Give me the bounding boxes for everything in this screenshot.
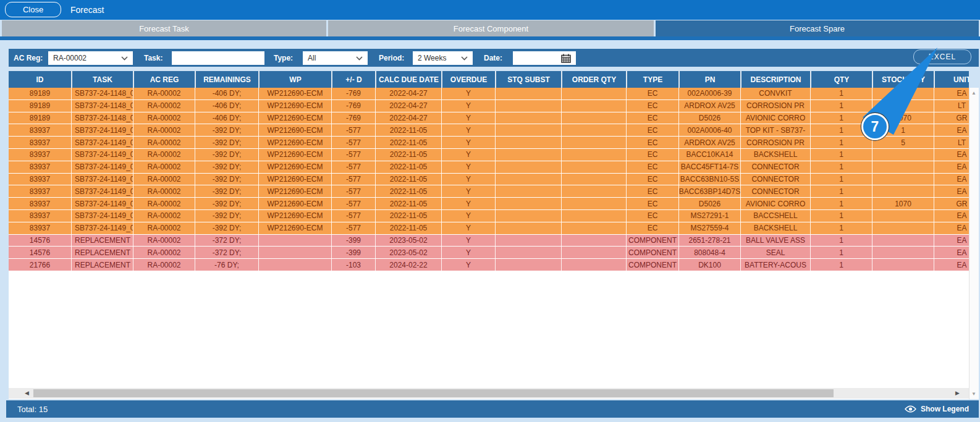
scroll-right-arrow-icon[interactable]: ▶ — [955, 389, 960, 398]
cell-wp: WP212690-ECM — [258, 124, 331, 136]
column-header-stock-qty[interactable]: STOCK QTY — [872, 71, 934, 88]
table-row[interactable]: 14576REPLACEMENTRA-00002-372 DY;-3992023… — [9, 235, 969, 247]
type-select[interactable]: All — [303, 51, 368, 65]
column-header-stq-subst[interactable]: STQ SUBST — [495, 71, 561, 88]
cell-description: TOP KIT - SB737- — [740, 124, 810, 136]
cell-stock-qty — [872, 88, 934, 99]
column-header-calc-due-date[interactable]: CALC DUE DATE — [375, 71, 441, 88]
cell-calc-due-date: 2022-11-05 — [375, 161, 441, 173]
cell-wp: WP212690-ECM — [258, 100, 331, 112]
column-header-qty[interactable]: QTY — [810, 71, 872, 88]
cell-qty: 1 — [810, 149, 872, 161]
tab-underline — [0, 36, 980, 40]
cell-wp — [258, 247, 331, 258]
cell-calc-due-date: 2022-11-05 — [375, 198, 441, 209]
cell-stock-qty — [872, 149, 934, 161]
cell-ac-reg: RA-00002 — [133, 137, 195, 148]
table-row[interactable]: 83937SB737-24-1149_0RA-00002-392 DY;WP21… — [9, 149, 969, 161]
cell-remainings: -392 DY; — [195, 137, 258, 148]
cell-overdue: Y — [441, 247, 495, 258]
cell-wp: WP212690-ECM — [258, 222, 331, 234]
cell-pn: 2651-278-21 — [678, 235, 740, 247]
table-row[interactable]: 83937SB737-24-1149_0RA-00002-392 DY;WP21… — [9, 198, 969, 210]
period-select[interactable]: 2 Weeks — [413, 51, 473, 65]
cell-qty: 1 — [810, 124, 872, 136]
column-header-wp[interactable]: WP — [258, 71, 331, 88]
column-header-overdue[interactable]: OVERDUE — [441, 71, 495, 88]
cell-type: EC — [626, 185, 678, 197]
close-button[interactable]: Close — [5, 2, 61, 17]
cell-id: 83937 — [9, 161, 71, 173]
cell-ac-reg: RA-00002 — [133, 112, 195, 124]
cell-id: 89189 — [9, 100, 71, 112]
ac-reg-select[interactable]: RA-00002 — [48, 51, 133, 65]
tab-forecast-task[interactable]: Forecast Task — [2, 20, 326, 36]
cell-order-qty — [561, 247, 626, 258]
table-row[interactable]: 83937SB737-24-1149_0RA-00002-392 DY;WP21… — [9, 124, 969, 137]
cell-wp: WP212690-ECM — [258, 174, 331, 185]
column-header-task[interactable]: TASK — [71, 71, 133, 88]
cell-type: EC — [626, 174, 678, 185]
scroll-left-arrow-icon[interactable]: ◀ — [25, 389, 29, 398]
cell-stq-subst — [495, 161, 561, 173]
cell-order-qty — [561, 222, 626, 234]
column-header-id[interactable]: ID — [9, 71, 71, 88]
table-row[interactable]: 21766REPLACEMENTRA-00002-76 DY;-1032024-… — [9, 259, 969, 271]
tab-forecast-spare[interactable]: Forecast Spare — [656, 20, 979, 36]
table-row[interactable]: 89189SB737-24-1148_0RA-00002-406 DY;WP21… — [9, 112, 969, 125]
cell-wp: WP212690-ECM — [258, 112, 331, 124]
column-header-order-qty[interactable]: ORDER QTY — [561, 71, 626, 88]
task-input[interactable] — [172, 51, 264, 65]
column-header-unit[interactable]: UNIT — [934, 71, 969, 88]
cell-pn: MS27291-1 — [678, 210, 740, 222]
excel-export-button[interactable]: EXCEL — [913, 49, 971, 64]
cell-unit: EA — [934, 174, 969, 185]
cell-plus-minus-d: -399 — [331, 247, 375, 258]
cell-description: CONVKIT — [740, 88, 810, 99]
table-row[interactable]: 83937SB737-24-1149_0RA-00002-392 DY;WP21… — [9, 185, 969, 198]
cell-calc-due-date: 2024-02-22 — [375, 259, 441, 271]
column-header-pn[interactable]: PN — [678, 71, 740, 88]
date-input[interactable] — [513, 51, 576, 65]
chevron-down-icon — [356, 56, 363, 61]
column-header-description[interactable]: DESCRIPTION — [740, 71, 810, 88]
cell-overdue: Y — [441, 88, 495, 99]
cell-type: EC — [626, 88, 678, 99]
cell-wp — [258, 259, 331, 271]
cell-task: SB737-24-1148_0 — [71, 112, 133, 124]
period-value: 2 Weeks — [418, 54, 446, 62]
cell-wp: WP212690-ECM — [258, 88, 331, 99]
tab-forecast-component[interactable]: Forecast Component — [328, 20, 654, 36]
column-header-type[interactable]: TYPE — [626, 71, 678, 88]
table-row[interactable]: 89189SB737-24-1148_0RA-00002-406 DY;WP21… — [9, 100, 969, 112]
table-row[interactable]: 83937SB737-24-1149_0RA-00002-392 DY;WP21… — [9, 174, 969, 186]
table-row[interactable]: 83937SB737-24-1149_0RA-00002-392 DY;WP21… — [9, 210, 969, 222]
table-row[interactable]: 89189SB737-24-1148_0RA-00002-406 DY;WP21… — [9, 88, 969, 100]
chevron-down-icon — [461, 56, 468, 61]
cell-order-qty — [561, 124, 626, 136]
cell-overdue: Y — [441, 112, 495, 124]
table-row[interactable]: 83937SB737-24-1149_0RA-00002-392 DY;WP21… — [9, 137, 969, 149]
scroll-up-arrow-icon[interactable]: ▲ — [971, 90, 976, 96]
table-row[interactable]: 83937SB737-24-1149_0RA-00002-392 DY;WP21… — [9, 161, 969, 174]
column-header-ac-reg[interactable]: AC REG — [133, 71, 195, 88]
table-row[interactable]: 14576REPLACEMENTRA-00002-372 DY;-3992023… — [9, 247, 969, 259]
table-row[interactable]: 83937SB737-24-1149_0RA-00002-392 DY;WP21… — [9, 222, 969, 235]
vertical-scrollbar[interactable]: ▲ ▼ — [969, 88, 979, 399]
cell-ac-reg: RA-00002 — [133, 247, 195, 258]
cell-unit: GR — [934, 198, 969, 209]
calendar-icon[interactable] — [561, 54, 571, 63]
cell-qty: 1 — [810, 161, 872, 173]
cell-calc-due-date: 2022-11-05 — [375, 124, 441, 136]
cell-qty: 1 — [810, 247, 872, 258]
cell-stock-qty: 1070 — [872, 198, 934, 209]
horizontal-scrollbar-thumb[interactable] — [33, 389, 834, 397]
column-header-plus-minus-d[interactable]: +/- D — [331, 71, 375, 88]
horizontal-scrollbar[interactable]: ◀ ▶ — [9, 388, 969, 399]
column-header-remainings[interactable]: REMAININGS — [195, 71, 258, 88]
scroll-down-arrow-icon[interactable]: ▼ — [971, 391, 976, 397]
show-legend-toggle[interactable]: Show Legend — [905, 400, 969, 418]
cell-order-qty — [561, 100, 626, 112]
filter-bar: AC Reg: RA-00002 Task: Type: All Period:… — [9, 49, 979, 67]
cell-stock-qty — [872, 235, 934, 247]
